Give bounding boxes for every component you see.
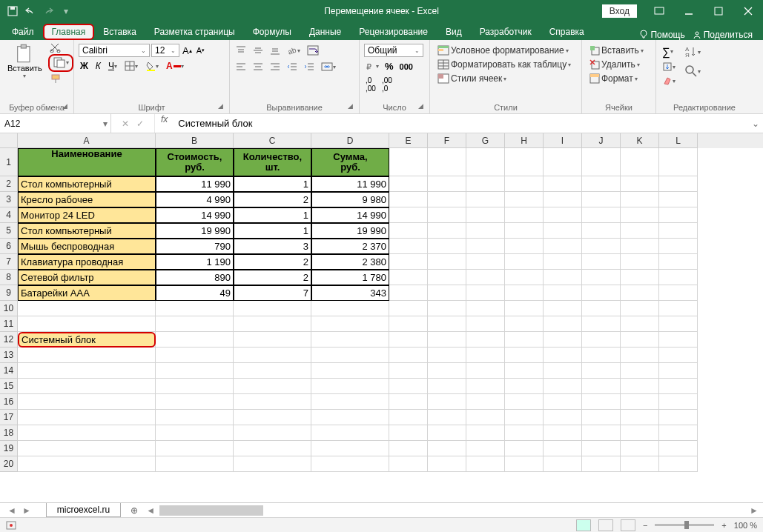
cell[interactable] (428, 270, 466, 285)
cell[interactable] (389, 425, 428, 441)
cell[interactable] (389, 254, 428, 270)
cell[interactable] (156, 441, 234, 456)
cell[interactable] (234, 441, 311, 456)
cell[interactable] (311, 441, 389, 456)
cell[interactable]: Клавиатура проводная (18, 254, 156, 270)
cell[interactable] (505, 239, 544, 254)
sheet-nav-next-icon[interactable]: ► (22, 505, 31, 516)
cell[interactable] (389, 176, 428, 192)
cell[interactable] (582, 176, 621, 192)
decrease-indent-icon[interactable] (285, 61, 299, 73)
cell[interactable] (544, 363, 582, 379)
cell[interactable] (621, 410, 659, 425)
cell[interactable] (621, 456, 659, 472)
cell[interactable] (156, 425, 234, 441)
cell[interactable] (156, 379, 234, 394)
cell[interactable] (466, 348, 505, 363)
cell[interactable] (311, 394, 389, 410)
cell[interactable] (505, 363, 544, 379)
cell[interactable] (428, 285, 466, 301)
cell[interactable] (466, 192, 505, 207)
cell[interactable] (544, 348, 582, 363)
cell[interactable]: 2 370 (311, 239, 389, 254)
cell[interactable] (544, 176, 582, 192)
cell[interactable] (659, 148, 698, 176)
cell[interactable] (659, 441, 698, 456)
orientation-icon[interactable]: ab▾ (285, 44, 302, 56)
bold-button[interactable]: Ж (79, 60, 90, 72)
decrease-decimal-icon[interactable]: ,00,0 (380, 76, 394, 93)
normal-view-icon[interactable] (576, 519, 591, 531)
horizontal-scrollbar[interactable]: ◄ ► (142, 505, 763, 516)
cell[interactable] (544, 223, 582, 239)
row-header[interactable]: 8 (0, 270, 18, 285)
cell[interactable]: 1 (234, 223, 311, 239)
cell[interactable]: 2 380 (311, 254, 389, 270)
cell[interactable]: Мышь беспроводная (18, 239, 156, 254)
tell-me[interactable]: Помощь (639, 30, 684, 40)
page-layout-view-icon[interactable] (598, 519, 613, 531)
cell[interactable] (389, 441, 428, 456)
copy-button[interactable]: ▾ (51, 56, 70, 69)
cell[interactable] (428, 239, 466, 254)
cell[interactable] (156, 394, 234, 410)
cell[interactable] (659, 285, 698, 301)
worksheet-grid[interactable]: ABCDEFGHIJKL 123456789101112131415161718… (0, 133, 763, 502)
column-header[interactable]: I (544, 133, 582, 148)
cell[interactable] (621, 316, 659, 332)
cell[interactable]: 1 190 (156, 254, 234, 270)
cell[interactable] (428, 176, 466, 192)
number-format-select[interactable]: Общий⌄ (364, 44, 423, 57)
cell[interactable] (621, 270, 659, 285)
cut-button[interactable] (48, 41, 73, 53)
cell[interactable] (582, 379, 621, 394)
cell[interactable] (156, 456, 234, 472)
cell[interactable] (234, 394, 311, 410)
align-center-icon[interactable] (251, 61, 265, 73)
fill-icon[interactable]: ▾ (661, 61, 677, 73)
cell[interactable] (582, 239, 621, 254)
cell[interactable] (466, 316, 505, 332)
cell[interactable] (428, 332, 466, 348)
cell[interactable]: Кресло рабочее (18, 192, 156, 207)
format-cells-button[interactable]: Формат▾ (587, 72, 651, 85)
cell[interactable] (659, 207, 698, 223)
cell[interactable]: 343 (311, 285, 389, 301)
cell[interactable] (389, 348, 428, 363)
cell[interactable] (659, 192, 698, 207)
cell[interactable] (466, 254, 505, 270)
cell[interactable] (389, 394, 428, 410)
cell[interactable] (582, 270, 621, 285)
cell[interactable] (621, 176, 659, 192)
cell[interactable] (466, 285, 505, 301)
row-header[interactable]: 2 (0, 176, 18, 192)
row-header[interactable]: 9 (0, 285, 18, 301)
formula-input[interactable]: Системный блок (174, 114, 748, 133)
delete-cells-button[interactable]: Удалить▾ (587, 58, 651, 71)
cell[interactable]: Сетевой фильтр (18, 270, 156, 285)
column-header[interactable]: J (582, 133, 621, 148)
cell[interactable] (428, 394, 466, 410)
cell[interactable] (505, 332, 544, 348)
cell[interactable] (582, 456, 621, 472)
cell[interactable] (428, 425, 466, 441)
sort-filter-icon[interactable]: АЯ▾ (683, 44, 702, 59)
merge-center-icon[interactable]: ▾ (320, 61, 337, 73)
align-right-icon[interactable] (268, 61, 282, 73)
cell[interactable] (389, 301, 428, 316)
row-header[interactable]: 7 (0, 254, 18, 270)
cell[interactable] (156, 332, 234, 348)
sheet-tab[interactable]: microexcel.ru (46, 503, 121, 517)
find-select-icon[interactable]: ▾ (683, 64, 702, 79)
cell[interactable] (659, 270, 698, 285)
cell[interactable] (505, 254, 544, 270)
column-header[interactable]: G (466, 133, 505, 148)
redo-icon[interactable] (42, 4, 55, 18)
cell[interactable] (466, 456, 505, 472)
row-header[interactable]: 16 (0, 394, 18, 410)
cell[interactable] (582, 441, 621, 456)
cell[interactable] (466, 223, 505, 239)
cell[interactable] (505, 394, 544, 410)
cell[interactable]: Наименование (18, 148, 156, 176)
cell[interactable]: 11 990 (311, 176, 389, 192)
